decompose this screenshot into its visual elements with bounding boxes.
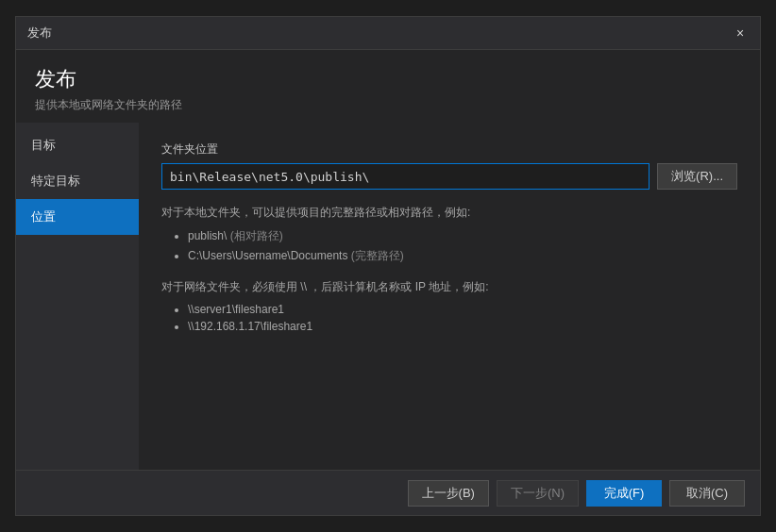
dialog-footer: 上一步(B) 下一步(N) 完成(F) 取消(C) [16,470,760,515]
dialog-title: 发布 [35,65,741,93]
network-example-1: \\server1\fileshare1 [188,303,737,316]
title-bar-text: 发布 [27,25,52,42]
network-example-1-text: \\server1\fileshare1 [188,303,284,316]
local-help-title: 对于本地文件夹，可以提供项目的完整路径或相对路径，例如: [161,205,737,221]
field-label: 文件夹位置 [161,141,737,158]
sidebar-item-location[interactable]: 位置 [16,199,139,235]
dialog-header: 发布 提供本地或网络文件夹的路径 [16,50,760,123]
dialog-subtitle: 提供本地或网络文件夹的路径 [35,97,741,113]
dialog-body: 目标 特定目标 位置 文件夹位置 浏览(R)... 对于本地文件夹，可以提供项目… [16,123,760,470]
sidebar: 目标 特定目标 位置 [16,123,139,470]
title-bar: 发布 × [16,17,760,50]
local-example-2: C:\Users\Username\Documents (完整路径) [188,248,737,264]
next-button[interactable]: 下一步(N) [497,480,579,507]
network-example-2-text: \\192.168.1.17\fileshare1 [188,320,312,333]
local-example-1: publish\ (相对路径) [188,228,737,244]
sidebar-item-specific-target-label: 特定目标 [31,173,80,190]
sidebar-item-target-label: 目标 [31,137,56,154]
help-section: 对于本地文件夹，可以提供项目的完整路径或相对路径，例如: publish\ (相… [161,205,737,333]
publish-dialog: 发布 × 发布 提供本地或网络文件夹的路径 目标 特定目标 位置 文件夹位置 浏… [15,16,761,516]
finish-button[interactable]: 完成(F) [586,480,662,507]
local-examples-list: publish\ (相对路径) C:\Users\Username\Docume… [161,228,737,264]
content-area: 文件夹位置 浏览(R)... 对于本地文件夹，可以提供项目的完整路径或相对路径，… [139,123,760,470]
network-help-title: 对于网络文件夹，必须使用 \\ ，后跟计算机名称或 IP 地址，例如: [161,279,737,295]
sidebar-item-target[interactable]: 目标 [16,127,139,163]
path-input[interactable] [161,163,649,190]
browse-button[interactable]: 浏览(R)... [657,163,737,190]
network-example-2: \\192.168.1.17\fileshare1 [188,320,737,333]
prev-button[interactable]: 上一步(B) [408,480,489,507]
input-row: 浏览(R)... [161,163,737,190]
cancel-button[interactable]: 取消(C) [669,480,745,507]
local-example-2-text: C:\Users\Username\Documents [188,249,351,262]
network-examples-list: \\server1\fileshare1 \\192.168.1.17\file… [161,303,737,333]
local-example-1-tag: (相对路径) [230,229,283,242]
sidebar-item-location-label: 位置 [31,208,56,225]
local-example-2-tag: (完整路径) [351,249,404,262]
sidebar-item-specific-target[interactable]: 特定目标 [16,163,139,199]
close-button[interactable]: × [732,25,749,42]
local-example-1-text: publish\ [188,229,230,242]
